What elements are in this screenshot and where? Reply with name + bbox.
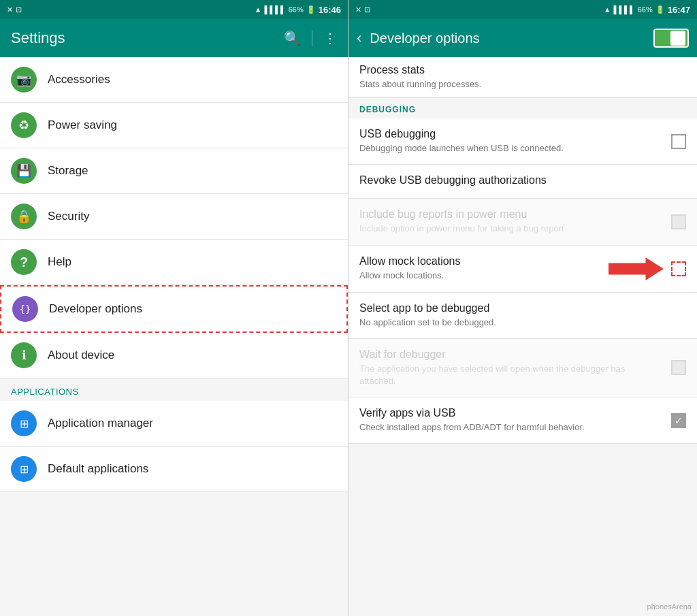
mock-locations-text: Allow mock locations Allow mock location… xyxy=(359,255,609,282)
settings-title: Settings xyxy=(11,29,276,47)
wifi-icon: ▲ xyxy=(255,5,262,14)
verify-usb-item[interactable]: Verify apps via USB Check installed apps… xyxy=(348,398,697,444)
wifi-icon-r: ▲ xyxy=(604,5,611,14)
notification-icon-r: ✕ xyxy=(355,5,361,14)
process-stats-text: Process stats Stats about running proces… xyxy=(359,64,686,91)
settings-toolbar: Settings 🔍 ⋮ xyxy=(0,19,348,57)
left-panel: ✕ ⊡ ▲ ▌▌▌▌ 66% 🔋 16:46 Settings 🔍 ⋮ 📷 Ac… xyxy=(0,0,348,616)
settings-item-security[interactable]: 🔒 Security xyxy=(0,194,348,240)
usb-debugging-checkbox[interactable] xyxy=(671,134,686,149)
mock-locations-subtitle: Allow mock locations. xyxy=(359,270,609,282)
back-button[interactable]: ‹ xyxy=(357,29,361,47)
developer-options-list: Process stats Stats about running proces… xyxy=(348,57,697,616)
settings-item-accessories[interactable]: 📷 Accessories xyxy=(0,57,348,103)
developer-options-toggle[interactable] xyxy=(653,29,689,48)
debugging-section-header: DEBUGGING xyxy=(348,98,697,118)
status-bar-right: ✕ ⊡ ▲ ▌▌▌▌ 66% 🔋 16:47 xyxy=(348,0,697,19)
revoke-usb-item[interactable]: Revoke USB debugging authorizations xyxy=(348,165,697,199)
power-saving-icon: ♻ xyxy=(11,112,37,138)
power-saving-label: Power saving xyxy=(48,118,117,132)
usb-debugging-text: USB debugging Debugging mode launches wh… xyxy=(359,128,663,155)
wait-debugger-title: Wait for debugger xyxy=(359,348,663,361)
developer-options-icon: {} xyxy=(12,296,38,322)
usb-debugging-subtitle: Debugging mode launches when USB is conn… xyxy=(359,142,663,155)
developer-options-toolbar: ‹ Developer options xyxy=(348,19,697,57)
process-stats-subtitle: Stats about running processes. xyxy=(359,78,686,91)
storage-icon: 💾 xyxy=(11,158,37,184)
settings-item-about-device[interactable]: ℹ About device xyxy=(0,333,348,378)
verify-usb-text: Verify apps via USB Check installed apps… xyxy=(359,407,663,434)
signal-icon-r: ▌▌▌▌ xyxy=(614,5,635,14)
mock-locations-arrow-container xyxy=(609,255,668,282)
status-time-right: 16:47 xyxy=(668,5,690,15)
settings-list: 📷 Accessories ♻ Power saving 💾 Storage 🔒… xyxy=(0,57,348,616)
usb-debugging-item[interactable]: USB debugging Debugging mode launches wh… xyxy=(348,118,697,165)
app-manager-label: Application manager xyxy=(48,417,153,430)
about-device-icon: ℹ xyxy=(11,342,37,368)
mock-locations-title: Allow mock locations xyxy=(359,255,609,268)
more-options-icon[interactable]: ⋮ xyxy=(323,30,337,46)
screenshot-icon: ⊡ xyxy=(16,5,22,14)
wait-debugger-subtitle: The application you have selected will o… xyxy=(359,363,663,387)
bug-reports-subtitle: Include option in power menu for taking … xyxy=(359,223,663,235)
status-time-left: 16:46 xyxy=(319,5,341,15)
default-apps-icon: ⊞ xyxy=(11,456,37,482)
status-right-icons: ▲ ▌▌▌▌ 66% 🔋 16:47 xyxy=(604,5,690,15)
about-device-label: About device xyxy=(48,348,114,362)
watermark: phonesArena xyxy=(647,602,692,611)
process-stats-item[interactable]: Process stats Stats about running proces… xyxy=(348,57,697,98)
security-label: Security xyxy=(48,210,89,223)
settings-item-storage[interactable]: 💾 Storage xyxy=(0,148,348,194)
battery-icon: 🔋 xyxy=(306,5,316,14)
settings-item-power-saving[interactable]: ♻ Power saving xyxy=(0,103,348,148)
bug-reports-item[interactable]: Include bug reports in power menu Includ… xyxy=(348,199,697,245)
storage-label: Storage xyxy=(48,164,88,178)
help-label: Help xyxy=(48,255,71,269)
mock-locations-item[interactable]: Allow mock locations Allow mock location… xyxy=(348,246,697,293)
applications-section-header: APPLICATIONS xyxy=(0,378,348,401)
bug-reports-checkbox[interactable] xyxy=(671,214,686,229)
screenshot-icon-r: ⊡ xyxy=(364,5,370,14)
bug-reports-text: Include bug reports in power menu Includ… xyxy=(359,208,663,235)
settings-item-developer-options[interactable]: {} Developer options xyxy=(0,285,348,333)
revoke-usb-title: Revoke USB debugging authorizations xyxy=(359,174,686,187)
bug-reports-title: Include bug reports in power menu xyxy=(359,208,663,221)
battery-percent: 66% xyxy=(289,5,304,14)
select-debug-app-subtitle: No application set to be debugged. xyxy=(359,317,686,329)
verify-usb-checkbox[interactable]: ✓ xyxy=(671,413,686,428)
wait-debugger-item[interactable]: Wait for debugger The application you ha… xyxy=(348,339,697,398)
verify-usb-title: Verify apps via USB xyxy=(359,407,663,419)
wait-debugger-text: Wait for debugger The application you ha… xyxy=(359,348,663,387)
select-debug-app-title: Select app to be debugged xyxy=(359,302,686,314)
usb-debugging-title: USB debugging xyxy=(359,128,663,140)
status-icons-right-left: ✕ ⊡ xyxy=(355,5,370,14)
search-icon[interactable]: 🔍 xyxy=(284,30,301,46)
accessories-label: Accessories xyxy=(48,73,110,86)
wait-debugger-checkbox[interactable] xyxy=(671,360,686,375)
mock-locations-checkbox[interactable] xyxy=(671,261,686,276)
battery-icon-r: 🔋 xyxy=(655,5,665,14)
signal-icon: ▌▌▌▌ xyxy=(265,5,286,14)
settings-item-app-manager[interactable]: ⊞ Application manager xyxy=(0,401,348,447)
status-icons-right: ▲ ▌▌▌▌ 66% 🔋 16:46 xyxy=(255,5,341,15)
settings-item-help[interactable]: ? Help xyxy=(0,240,348,285)
developer-options-title: Developer options xyxy=(370,31,648,46)
accessories-icon: 📷 xyxy=(11,67,37,93)
default-apps-label: Default applications xyxy=(48,462,148,476)
right-panel: ✕ ⊡ ▲ ▌▌▌▌ 66% 🔋 16:47 ‹ Developer optio… xyxy=(348,0,697,616)
notification-icon: ✕ xyxy=(7,5,13,14)
toolbar-divider xyxy=(312,30,312,46)
verify-usb-subtitle: Check installed apps from ADB/ADT for ha… xyxy=(359,421,663,434)
developer-options-label: Developer options xyxy=(49,302,142,316)
select-debug-app-text: Select app to be debugged No application… xyxy=(359,302,686,329)
help-icon: ? xyxy=(11,249,37,275)
status-icons-left: ✕ ⊡ xyxy=(7,5,22,14)
security-icon: 🔒 xyxy=(11,204,37,229)
app-manager-icon: ⊞ xyxy=(11,410,37,436)
process-stats-title: Process stats xyxy=(359,64,686,76)
revoke-usb-text: Revoke USB debugging authorizations xyxy=(359,174,686,189)
svg-marker-0 xyxy=(609,258,663,280)
select-debug-app-item[interactable]: Select app to be debugged No application… xyxy=(348,293,697,339)
settings-item-default-apps[interactable]: ⊞ Default applications xyxy=(0,447,348,492)
battery-percent-r: 66% xyxy=(638,5,653,14)
